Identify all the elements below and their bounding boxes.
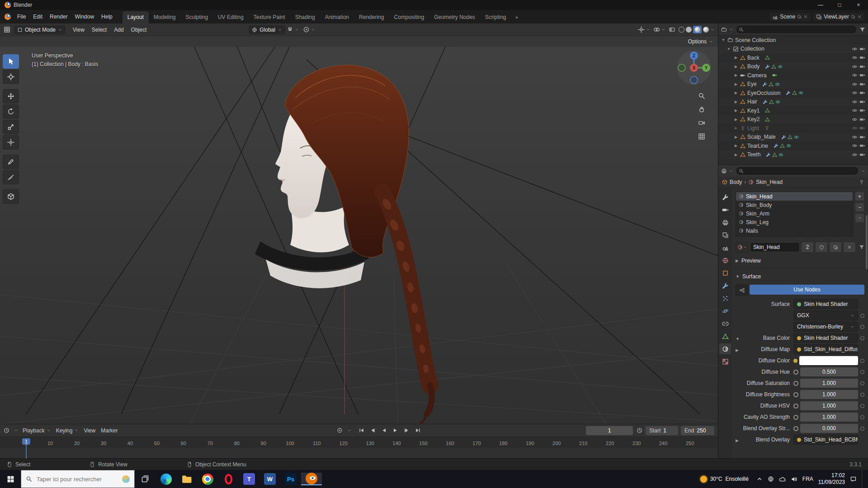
tab-modeling[interactable]: Modeling xyxy=(149,11,181,23)
playhead[interactable]: 1 xyxy=(22,438,30,445)
animate-dot-icon[interactable] xyxy=(860,404,864,408)
timeline-menu-view[interactable]: View xyxy=(84,427,95,434)
editor-type-icon[interactable] xyxy=(4,26,10,33)
color-swatch[interactable] xyxy=(799,356,858,365)
expand-icon[interactable]: ▶ xyxy=(734,91,738,95)
material-filter-icon[interactable] xyxy=(859,244,864,250)
material-name-field[interactable]: Skin_Head xyxy=(750,242,800,252)
expand-icon[interactable]: ▶ xyxy=(734,153,738,157)
shading-wireframe-button[interactable] xyxy=(679,27,684,33)
tab-scripting[interactable]: Scripting xyxy=(480,11,511,23)
chevron-down-icon[interactable] xyxy=(311,28,315,32)
expand-icon[interactable]: ▶ xyxy=(734,135,738,139)
hide-viewport-icon[interactable] xyxy=(852,90,858,96)
options-dropdown[interactable]: Options xyxy=(688,38,713,45)
show-gizmo-icon[interactable] xyxy=(638,26,645,33)
properties-tab-constraints[interactable] xyxy=(719,318,731,329)
expand-icon[interactable]: ▶ xyxy=(734,108,738,113)
timeline-menu-keying[interactable]: Keying xyxy=(56,427,79,434)
outliner-item-body[interactable]: ▶Body xyxy=(718,62,868,71)
tray-expand-icon[interactable] xyxy=(756,476,763,482)
new-material-button[interactable] xyxy=(829,242,842,253)
properties-tab-output[interactable] xyxy=(719,217,731,228)
outliner-item-light[interactable]: ▶Light xyxy=(718,124,868,133)
chevron-down-icon[interactable] xyxy=(729,169,733,173)
properties-editor-icon[interactable] xyxy=(721,168,727,174)
taskbar-app-explorer[interactable] xyxy=(176,474,197,484)
expand-icon[interactable]: ▶ xyxy=(734,82,738,86)
preview-panel-header[interactable]: ▶Preview xyxy=(736,255,864,266)
tool-annotate[interactable] xyxy=(3,155,19,169)
outliner-editor-icon[interactable] xyxy=(721,27,727,33)
number-slider[interactable]: 0.000 xyxy=(800,424,858,433)
breadcrumb-material[interactable]: Skin_Head xyxy=(756,179,783,185)
outliner-search[interactable] xyxy=(736,25,857,34)
material-slot-skin-body[interactable]: Skin_Body xyxy=(736,201,853,209)
taskbar-app-photoshop[interactable]: Ps xyxy=(280,473,301,485)
navigation-gizmo[interactable]: Z Y X xyxy=(676,50,712,87)
properties-tab-world[interactable] xyxy=(719,255,731,266)
expand-icon[interactable]: ▶ xyxy=(734,65,738,69)
hide-viewport-icon[interactable] xyxy=(852,99,858,105)
chevron-down-icon[interactable] xyxy=(661,28,665,32)
viewport-menu-select[interactable]: Select xyxy=(88,25,110,35)
number-slider[interactable]: 1.000 xyxy=(800,413,858,422)
chevron-down-icon[interactable] xyxy=(646,28,650,32)
properties-tab-object[interactable] xyxy=(719,267,731,278)
add-workspace-button[interactable]: + xyxy=(511,12,523,23)
value-button[interactable]: Skin Head Shader xyxy=(793,299,858,309)
disclosure-icon[interactable]: ▶ xyxy=(736,438,739,443)
material-slot-skin-arm[interactable]: Skin_Arm xyxy=(736,209,853,218)
menu-file[interactable]: File xyxy=(14,12,29,22)
properties-tab-viewlayer[interactable] xyxy=(719,230,731,240)
start-button[interactable] xyxy=(0,470,21,488)
animate-dot-icon[interactable] xyxy=(860,427,864,431)
browse-material-button[interactable] xyxy=(736,242,749,253)
zoom-icon[interactable] xyxy=(698,92,705,99)
fake-user-button[interactable] xyxy=(815,242,828,253)
speaker-icon[interactable] xyxy=(791,476,797,483)
value-button[interactable]: Std_Skin_Head_Diffuse xyxy=(793,344,858,354)
minimize-button[interactable]: — xyxy=(811,0,830,10)
tab-sculpting[interactable]: Sculpting xyxy=(181,11,213,23)
pan-hand-icon[interactable] xyxy=(698,106,705,113)
menu-window[interactable]: Window xyxy=(71,12,98,22)
disable-render-icon[interactable] xyxy=(859,117,865,122)
slot-specials-button[interactable] xyxy=(855,213,864,223)
taskbar-app-edge[interactable] xyxy=(156,474,176,485)
animate-dot-icon[interactable] xyxy=(860,359,864,363)
remove-slot-button[interactable]: − xyxy=(855,202,864,212)
maximize-button[interactable]: □ xyxy=(830,0,849,10)
taskbar-app-chrome[interactable] xyxy=(197,474,218,485)
use-nodes-button[interactable]: Use Nodes xyxy=(750,285,864,295)
outliner-item-back[interactable]: ▶Back xyxy=(718,53,868,62)
camera-view-icon[interactable] xyxy=(698,119,705,127)
viewport-menu-view[interactable]: View xyxy=(69,25,88,35)
taskbar-search[interactable] xyxy=(21,470,135,488)
tool-move[interactable] xyxy=(3,89,19,103)
tab-geometry-nodes[interactable]: Geometry Nodes xyxy=(429,11,480,23)
tab-texture-paint[interactable]: Texture Paint xyxy=(249,11,290,23)
unlink-material-button[interactable] xyxy=(843,242,856,253)
outliner-root-row[interactable]: ▼Scene Collection xyxy=(718,36,868,45)
tab-animation[interactable]: Animation xyxy=(320,11,354,23)
animate-dot-icon[interactable] xyxy=(860,314,864,318)
show-desktop-button[interactable] xyxy=(862,470,864,488)
outliner-item-scalp-male[interactable]: ▶Scalp_Male xyxy=(718,133,868,142)
properties-tab-particles[interactable] xyxy=(719,293,731,304)
expand-icon[interactable]: ▼ xyxy=(726,47,731,51)
viewlayer-selector[interactable]: ViewLayer xyxy=(813,13,864,21)
chevron-down-icon[interactable] xyxy=(729,28,733,32)
animate-dot-icon[interactable] xyxy=(860,325,864,329)
viewport-menu-add[interactable]: Add xyxy=(110,25,127,35)
properties-tab-modifiers[interactable] xyxy=(719,280,731,291)
properties-tab-material[interactable] xyxy=(719,343,731,354)
disable-render-icon[interactable] xyxy=(859,55,865,61)
filter-icon[interactable] xyxy=(859,27,865,33)
chevron-down-icon[interactable] xyxy=(295,28,299,32)
expand-icon[interactable]: ▶ xyxy=(734,100,738,104)
notification-center-icon[interactable] xyxy=(850,476,857,483)
nodes-button[interactable] xyxy=(736,285,748,296)
scene-selector[interactable]: Scene xyxy=(769,13,811,21)
animate-dot-icon[interactable] xyxy=(860,336,864,340)
